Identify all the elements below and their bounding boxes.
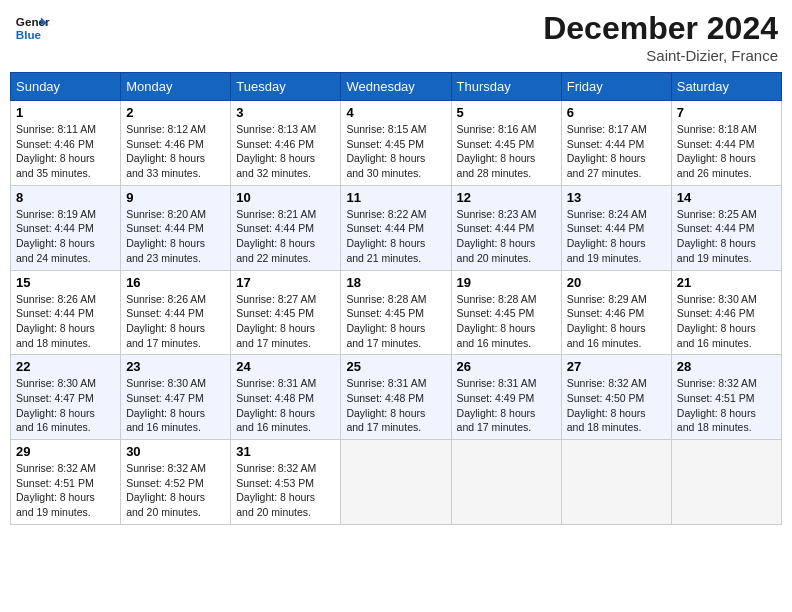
day-number: 11 (346, 190, 445, 205)
page-header: General Blue December 2024 Saint-Dizier,… (10, 10, 782, 64)
cell-info: Sunrise: 8:29 AMSunset: 4:46 PMDaylight:… (567, 293, 647, 349)
weekday-header-sunday: Sunday (11, 73, 121, 101)
cell-info: Sunrise: 8:31 AMSunset: 4:48 PMDaylight:… (236, 377, 316, 433)
cell-info: Sunrise: 8:30 AMSunset: 4:46 PMDaylight:… (677, 293, 757, 349)
day-number: 7 (677, 105, 776, 120)
calendar-cell: 2Sunrise: 8:12 AMSunset: 4:46 PMDaylight… (121, 101, 231, 186)
day-number: 12 (457, 190, 556, 205)
cell-info: Sunrise: 8:32 AMSunset: 4:51 PMDaylight:… (677, 377, 757, 433)
cell-info: Sunrise: 8:31 AMSunset: 4:48 PMDaylight:… (346, 377, 426, 433)
weekday-header-wednesday: Wednesday (341, 73, 451, 101)
day-number: 3 (236, 105, 335, 120)
cell-info: Sunrise: 8:25 AMSunset: 4:44 PMDaylight:… (677, 208, 757, 264)
day-number: 28 (677, 359, 776, 374)
calendar-cell: 24Sunrise: 8:31 AMSunset: 4:48 PMDayligh… (231, 355, 341, 440)
cell-info: Sunrise: 8:32 AMSunset: 4:50 PMDaylight:… (567, 377, 647, 433)
title-block: December 2024 Saint-Dizier, France (543, 10, 778, 64)
day-number: 26 (457, 359, 556, 374)
cell-info: Sunrise: 8:32 AMSunset: 4:52 PMDaylight:… (126, 462, 206, 518)
cell-info: Sunrise: 8:32 AMSunset: 4:53 PMDaylight:… (236, 462, 316, 518)
calendar-cell: 29Sunrise: 8:32 AMSunset: 4:51 PMDayligh… (11, 440, 121, 525)
cell-info: Sunrise: 8:11 AMSunset: 4:46 PMDaylight:… (16, 123, 96, 179)
day-number: 17 (236, 275, 335, 290)
cell-info: Sunrise: 8:18 AMSunset: 4:44 PMDaylight:… (677, 123, 757, 179)
day-number: 15 (16, 275, 115, 290)
day-number: 5 (457, 105, 556, 120)
calendar-cell: 25Sunrise: 8:31 AMSunset: 4:48 PMDayligh… (341, 355, 451, 440)
day-number: 6 (567, 105, 666, 120)
day-number: 19 (457, 275, 556, 290)
cell-info: Sunrise: 8:21 AMSunset: 4:44 PMDaylight:… (236, 208, 316, 264)
day-number: 20 (567, 275, 666, 290)
calendar-cell: 14Sunrise: 8:25 AMSunset: 4:44 PMDayligh… (671, 185, 781, 270)
cell-info: Sunrise: 8:16 AMSunset: 4:45 PMDaylight:… (457, 123, 537, 179)
day-number: 23 (126, 359, 225, 374)
month-title: December 2024 (543, 10, 778, 47)
svg-text:Blue: Blue (16, 28, 42, 41)
calendar-cell: 7Sunrise: 8:18 AMSunset: 4:44 PMDaylight… (671, 101, 781, 186)
cell-info: Sunrise: 8:13 AMSunset: 4:46 PMDaylight:… (236, 123, 316, 179)
cell-info: Sunrise: 8:30 AMSunset: 4:47 PMDaylight:… (126, 377, 206, 433)
day-number: 14 (677, 190, 776, 205)
cell-info: Sunrise: 8:23 AMSunset: 4:44 PMDaylight:… (457, 208, 537, 264)
logo: General Blue (14, 10, 50, 46)
cell-info: Sunrise: 8:28 AMSunset: 4:45 PMDaylight:… (457, 293, 537, 349)
cell-info: Sunrise: 8:32 AMSunset: 4:51 PMDaylight:… (16, 462, 96, 518)
day-number: 4 (346, 105, 445, 120)
calendar-cell (341, 440, 451, 525)
cell-info: Sunrise: 8:19 AMSunset: 4:44 PMDaylight:… (16, 208, 96, 264)
calendar-cell: 3Sunrise: 8:13 AMSunset: 4:46 PMDaylight… (231, 101, 341, 186)
day-number: 8 (16, 190, 115, 205)
day-number: 21 (677, 275, 776, 290)
calendar-cell: 23Sunrise: 8:30 AMSunset: 4:47 PMDayligh… (121, 355, 231, 440)
cell-info: Sunrise: 8:30 AMSunset: 4:47 PMDaylight:… (16, 377, 96, 433)
calendar-cell: 17Sunrise: 8:27 AMSunset: 4:45 PMDayligh… (231, 270, 341, 355)
calendar-cell (671, 440, 781, 525)
day-number: 9 (126, 190, 225, 205)
day-number: 27 (567, 359, 666, 374)
calendar-cell: 21Sunrise: 8:30 AMSunset: 4:46 PMDayligh… (671, 270, 781, 355)
cell-info: Sunrise: 8:27 AMSunset: 4:45 PMDaylight:… (236, 293, 316, 349)
weekday-header-friday: Friday (561, 73, 671, 101)
weekday-header-tuesday: Tuesday (231, 73, 341, 101)
cell-info: Sunrise: 8:20 AMSunset: 4:44 PMDaylight:… (126, 208, 206, 264)
calendar-cell: 16Sunrise: 8:26 AMSunset: 4:44 PMDayligh… (121, 270, 231, 355)
calendar-cell: 20Sunrise: 8:29 AMSunset: 4:46 PMDayligh… (561, 270, 671, 355)
calendar-cell: 22Sunrise: 8:30 AMSunset: 4:47 PMDayligh… (11, 355, 121, 440)
day-number: 1 (16, 105, 115, 120)
day-number: 25 (346, 359, 445, 374)
weekday-header-monday: Monday (121, 73, 231, 101)
day-number: 29 (16, 444, 115, 459)
calendar-cell: 8Sunrise: 8:19 AMSunset: 4:44 PMDaylight… (11, 185, 121, 270)
calendar-cell: 10Sunrise: 8:21 AMSunset: 4:44 PMDayligh… (231, 185, 341, 270)
calendar-cell: 15Sunrise: 8:26 AMSunset: 4:44 PMDayligh… (11, 270, 121, 355)
calendar-cell: 5Sunrise: 8:16 AMSunset: 4:45 PMDaylight… (451, 101, 561, 186)
day-number: 31 (236, 444, 335, 459)
calendar-cell: 28Sunrise: 8:32 AMSunset: 4:51 PMDayligh… (671, 355, 781, 440)
calendar-cell: 11Sunrise: 8:22 AMSunset: 4:44 PMDayligh… (341, 185, 451, 270)
day-number: 10 (236, 190, 335, 205)
calendar-cell: 4Sunrise: 8:15 AMSunset: 4:45 PMDaylight… (341, 101, 451, 186)
calendar-cell: 27Sunrise: 8:32 AMSunset: 4:50 PMDayligh… (561, 355, 671, 440)
cell-info: Sunrise: 8:12 AMSunset: 4:46 PMDaylight:… (126, 123, 206, 179)
cell-info: Sunrise: 8:26 AMSunset: 4:44 PMDaylight:… (126, 293, 206, 349)
cell-info: Sunrise: 8:28 AMSunset: 4:45 PMDaylight:… (346, 293, 426, 349)
cell-info: Sunrise: 8:17 AMSunset: 4:44 PMDaylight:… (567, 123, 647, 179)
location: Saint-Dizier, France (543, 47, 778, 64)
calendar-cell: 12Sunrise: 8:23 AMSunset: 4:44 PMDayligh… (451, 185, 561, 270)
logo-icon: General Blue (14, 10, 50, 46)
calendar-cell: 30Sunrise: 8:32 AMSunset: 4:52 PMDayligh… (121, 440, 231, 525)
day-number: 30 (126, 444, 225, 459)
calendar-cell: 1Sunrise: 8:11 AMSunset: 4:46 PMDaylight… (11, 101, 121, 186)
cell-info: Sunrise: 8:24 AMSunset: 4:44 PMDaylight:… (567, 208, 647, 264)
calendar-table: SundayMondayTuesdayWednesdayThursdayFrid… (10, 72, 782, 525)
day-number: 24 (236, 359, 335, 374)
day-number: 13 (567, 190, 666, 205)
calendar-cell: 31Sunrise: 8:32 AMSunset: 4:53 PMDayligh… (231, 440, 341, 525)
calendar-cell: 26Sunrise: 8:31 AMSunset: 4:49 PMDayligh… (451, 355, 561, 440)
weekday-header-saturday: Saturday (671, 73, 781, 101)
calendar-cell: 9Sunrise: 8:20 AMSunset: 4:44 PMDaylight… (121, 185, 231, 270)
day-number: 16 (126, 275, 225, 290)
calendar-cell (451, 440, 561, 525)
cell-info: Sunrise: 8:22 AMSunset: 4:44 PMDaylight:… (346, 208, 426, 264)
